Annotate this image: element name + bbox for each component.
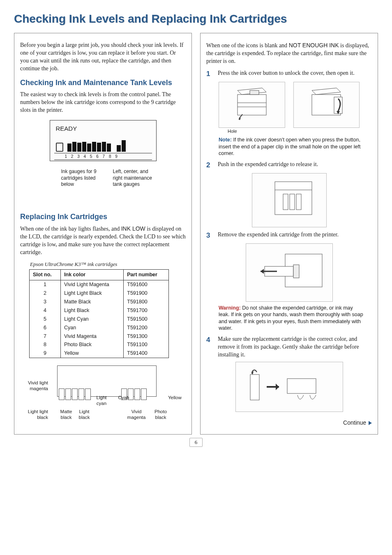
label-llb: Light light black [23, 409, 48, 421]
warning-block: Warning: Do not shake the expended cartr… [219, 305, 364, 331]
push-cartridge-icon [258, 178, 320, 223]
step-2-illustration [219, 173, 360, 227]
label-y: Yellow [168, 395, 186, 401]
table-row: 8Photo BlackT591100 [30, 340, 169, 349]
page-number: 6 [14, 438, 378, 447]
step-2-number: 2 [206, 161, 214, 170]
svg-rect-1 [238, 95, 266, 115]
replacing-intro: When one of the ink bay lights flashes, … [20, 225, 186, 257]
intro-text: Before you begin a large print job, you … [20, 42, 186, 73]
page-title: Checking Ink Levels and Replacing Ink Ca… [14, 12, 378, 25]
table-row: 5Light CyanT591500 [30, 315, 169, 324]
label-c: Cyan [115, 395, 132, 401]
continue-arrow-icon [369, 421, 372, 425]
label-lb: Light black [76, 409, 92, 421]
table-row: 4Light BlackT591700 [30, 306, 169, 315]
label-mb: Matte black [58, 409, 74, 421]
ink-bars [67, 140, 126, 152]
shake-cartridge-icon [242, 366, 337, 407]
lcd-slot-numbers: 1 2 3 4 5 6 7 8 9 [54, 153, 152, 160]
label-lc: Light cyan [93, 395, 110, 407]
svg-rect-13 [283, 194, 288, 210]
right-column: When one of the icons is blank and NOT E… [200, 33, 378, 435]
table-row: 1Vivid Light MagentaT591600 [30, 280, 169, 289]
lcd-caption-right: Left, center, and right maintenance tank… [113, 169, 157, 188]
lcd-caption-left: Ink gauges for 9 cartridges listed below [61, 169, 105, 188]
label-vm: Vivid magenta [125, 409, 148, 421]
cartridge-table: Slot no. Ink color Part number 1Vivid Li… [29, 269, 169, 358]
th-slot: Slot no. [30, 270, 61, 280]
heading-checking: Checking Ink and Maintenance Tank Levels [20, 78, 186, 88]
card-icon [56, 143, 63, 152]
table-caption: Epson UltraChrome K3™ ink cartridges [30, 261, 186, 268]
th-part: Part number [124, 270, 169, 280]
svg-rect-21 [250, 375, 259, 400]
checking-text: The easiest way to check ink levels is f… [20, 91, 186, 114]
svg-rect-18 [293, 265, 299, 278]
svg-rect-2 [250, 90, 259, 95]
note-label: Note: [219, 137, 232, 143]
th-color: Ink color [61, 270, 124, 280]
hole-label: Hole [228, 128, 372, 134]
svg-rect-15 [296, 194, 301, 210]
warning-label: Warning: [219, 305, 241, 311]
table-row: 7Vivid MagentaT591300 [30, 332, 169, 341]
step-1-number: 1 [206, 69, 214, 79]
label-vlm: Vivid light magenta [23, 380, 48, 392]
step-3-illustration [219, 244, 360, 301]
table-row: 2Light Light BlackT591900 [30, 289, 169, 298]
printer-closed-icon [229, 86, 274, 123]
lcd-panel: READY [50, 120, 157, 188]
step-1-illustration [219, 82, 360, 127]
step-4-illustration [219, 362, 360, 412]
label-pb: Photo black [152, 409, 170, 421]
svg-rect-14 [290, 194, 295, 210]
svg-marker-24 [276, 384, 279, 390]
printer-open-icon [304, 86, 349, 123]
svg-marker-7 [312, 88, 341, 95]
step-3-text: Remove the expended ink cartridge from t… [218, 231, 372, 240]
step-4-text: Make sure the replacement cartridge is t… [218, 335, 372, 359]
lcd-ready: READY [54, 125, 152, 133]
note-block: Note: If the ink cover doesn't open when… [219, 136, 364, 157]
continue-link[interactable]: Continue [206, 419, 372, 427]
step-4-number: 4 [206, 335, 214, 359]
printer-diagram: Vivid light magenta Light light black Ma… [20, 364, 186, 426]
step-2-text: Push in the expended cartridge to releas… [218, 161, 372, 170]
table-row: 3Matte BlackT591800 [30, 298, 169, 306]
heading-replacing: Replacing Ink Cartridges [20, 212, 186, 222]
table-row: 9YellowT591400 [30, 349, 169, 358]
right-intro: When one of the icons is blank and NOT E… [206, 42, 372, 65]
step-3-number: 3 [206, 231, 214, 240]
remove-cartridge-icon [252, 250, 326, 295]
step-1-text: Press the ink cover button to unlock the… [218, 69, 372, 79]
table-row: 6CyanT591200 [30, 324, 169, 332]
svg-marker-20 [261, 269, 264, 274]
left-column: Before you begin a large print job, you … [14, 33, 192, 435]
svg-rect-25 [287, 379, 316, 393]
